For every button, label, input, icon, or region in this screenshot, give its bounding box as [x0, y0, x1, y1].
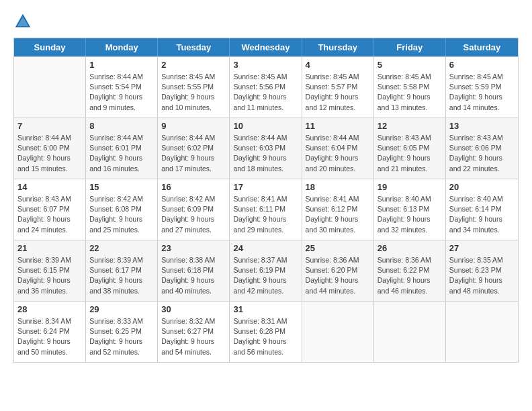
calendar-header-cell: Tuesday [158, 38, 230, 56]
calendar-cell: 3Sunrise: 8:45 AMSunset: 5:56 PMDaylight… [230, 57, 302, 118]
calendar-cell: 28Sunrise: 8:34 AMSunset: 6:24 PMDayligh… [14, 302, 86, 362]
calendar-cell: 18Sunrise: 8:41 AMSunset: 6:12 PMDayligh… [302, 179, 374, 240]
day-number: 9 [161, 121, 226, 131]
day-number: 24 [233, 243, 298, 253]
calendar-header-cell: Saturday [446, 38, 518, 56]
calendar-cell: 5Sunrise: 8:45 AMSunset: 5:58 PMDaylight… [374, 57, 446, 118]
day-info: Sunrise: 8:45 AMSunset: 5:59 PMDaylight:… [449, 72, 515, 113]
day-number: 25 [306, 243, 370, 253]
day-info: Sunrise: 8:34 AMSunset: 6:24 PMDaylight:… [17, 316, 82, 357]
calendar-body: 1Sunrise: 8:44 AMSunset: 5:54 PMDaylight… [14, 56, 518, 362]
day-number: 21 [17, 243, 82, 253]
calendar-cell: 26Sunrise: 8:36 AMSunset: 6:22 PMDayligh… [374, 240, 446, 301]
calendar-cell: 29Sunrise: 8:33 AMSunset: 6:25 PMDayligh… [86, 302, 158, 362]
day-info: Sunrise: 8:45 AMSunset: 5:55 PMDaylight:… [161, 72, 226, 113]
calendar-cell [14, 57, 86, 118]
calendar-cell: 10Sunrise: 8:44 AMSunset: 6:03 PMDayligh… [230, 118, 302, 179]
day-info: Sunrise: 8:39 AMSunset: 6:15 PMDaylight:… [17, 255, 82, 296]
calendar-cell: 21Sunrise: 8:39 AMSunset: 6:15 PMDayligh… [14, 240, 86, 301]
day-number: 3 [233, 60, 298, 70]
day-info: Sunrise: 8:43 AMSunset: 6:06 PMDaylight:… [449, 133, 515, 174]
day-info: Sunrise: 8:32 AMSunset: 6:27 PMDaylight:… [161, 316, 226, 357]
day-number: 1 [89, 60, 154, 70]
day-info: Sunrise: 8:45 AMSunset: 5:57 PMDaylight:… [306, 72, 370, 113]
calendar-cell: 6Sunrise: 8:45 AMSunset: 5:59 PMDaylight… [446, 57, 518, 118]
day-info: Sunrise: 8:44 AMSunset: 6:03 PMDaylight:… [233, 133, 298, 174]
day-number: 4 [306, 60, 370, 70]
day-info: Sunrise: 8:40 AMSunset: 6:13 PMDaylight:… [378, 194, 442, 235]
calendar-cell: 1Sunrise: 8:44 AMSunset: 5:54 PMDaylight… [86, 57, 158, 118]
day-info: Sunrise: 8:35 AMSunset: 6:23 PMDaylight:… [449, 255, 515, 296]
calendar-header-cell: Monday [86, 38, 158, 56]
day-info: Sunrise: 8:41 AMSunset: 6:11 PMDaylight:… [233, 194, 298, 235]
calendar-week-row: 28Sunrise: 8:34 AMSunset: 6:24 PMDayligh… [14, 301, 518, 362]
calendar-cell: 7Sunrise: 8:44 AMSunset: 6:00 PMDaylight… [14, 118, 86, 179]
calendar-cell: 31Sunrise: 8:31 AMSunset: 6:28 PMDayligh… [230, 302, 302, 362]
day-number: 27 [449, 243, 515, 253]
day-number: 20 [449, 182, 515, 192]
calendar-cell: 25Sunrise: 8:36 AMSunset: 6:20 PMDayligh… [302, 240, 374, 301]
day-number: 28 [17, 304, 82, 314]
calendar-cell: 15Sunrise: 8:42 AMSunset: 6:08 PMDayligh… [86, 179, 158, 240]
calendar-cell [446, 302, 518, 362]
day-info: Sunrise: 8:44 AMSunset: 5:54 PMDaylight:… [89, 72, 154, 113]
calendar: SundayMondayTuesdayWednesdayThursdayFrid… [13, 38, 519, 363]
calendar-cell: 8Sunrise: 8:44 AMSunset: 6:01 PMDaylight… [86, 118, 158, 179]
day-number: 11 [306, 121, 370, 131]
day-number: 6 [449, 60, 515, 70]
day-number: 23 [161, 243, 226, 253]
calendar-cell: 19Sunrise: 8:40 AMSunset: 6:13 PMDayligh… [374, 179, 446, 240]
calendar-cell: 9Sunrise: 8:44 AMSunset: 6:02 PMDaylight… [158, 118, 230, 179]
calendar-cell: 12Sunrise: 8:43 AMSunset: 6:05 PMDayligh… [374, 118, 446, 179]
day-info: Sunrise: 8:44 AMSunset: 6:01 PMDaylight:… [89, 133, 154, 174]
day-info: Sunrise: 8:42 AMSunset: 6:09 PMDaylight:… [161, 194, 226, 235]
day-info: Sunrise: 8:36 AMSunset: 6:22 PMDaylight:… [378, 255, 442, 296]
calendar-cell: 11Sunrise: 8:44 AMSunset: 6:04 PMDayligh… [302, 118, 374, 179]
day-number: 17 [233, 182, 298, 192]
day-number: 22 [89, 243, 154, 253]
calendar-week-row: 7Sunrise: 8:44 AMSunset: 6:00 PMDaylight… [14, 118, 518, 179]
day-number: 12 [378, 121, 442, 131]
day-number: 18 [306, 182, 370, 192]
calendar-cell: 27Sunrise: 8:35 AMSunset: 6:23 PMDayligh… [446, 240, 518, 301]
calendar-cell [374, 302, 446, 362]
day-info: Sunrise: 8:41 AMSunset: 6:12 PMDaylight:… [306, 194, 370, 235]
day-number: 31 [233, 304, 298, 314]
calendar-week-row: 1Sunrise: 8:44 AMSunset: 5:54 PMDaylight… [14, 56, 518, 118]
calendar-cell: 16Sunrise: 8:42 AMSunset: 6:09 PMDayligh… [158, 179, 230, 240]
calendar-cell: 4Sunrise: 8:45 AMSunset: 5:57 PMDaylight… [302, 57, 374, 118]
day-number: 15 [89, 182, 154, 192]
day-info: Sunrise: 8:45 AMSunset: 5:56 PMDaylight:… [233, 72, 298, 113]
page-header [7, 7, 525, 34]
day-info: Sunrise: 8:33 AMSunset: 6:25 PMDaylight:… [89, 316, 154, 357]
day-info: Sunrise: 8:39 AMSunset: 6:17 PMDaylight:… [89, 255, 154, 296]
calendar-week-row: 21Sunrise: 8:39 AMSunset: 6:15 PMDayligh… [14, 240, 518, 301]
day-info: Sunrise: 8:45 AMSunset: 5:58 PMDaylight:… [378, 72, 442, 113]
day-number: 29 [89, 304, 154, 314]
calendar-header: SundayMondayTuesdayWednesdayThursdayFrid… [14, 38, 518, 56]
calendar-header-cell: Thursday [302, 38, 374, 56]
day-info: Sunrise: 8:44 AMSunset: 6:00 PMDaylight:… [17, 133, 82, 174]
calendar-cell: 14Sunrise: 8:43 AMSunset: 6:07 PMDayligh… [14, 179, 86, 240]
calendar-cell: 2Sunrise: 8:45 AMSunset: 5:55 PMDaylight… [158, 57, 230, 118]
day-info: Sunrise: 8:31 AMSunset: 6:28 PMDaylight:… [233, 316, 298, 357]
calendar-week-row: 14Sunrise: 8:43 AMSunset: 6:07 PMDayligh… [14, 179, 518, 240]
day-number: 19 [378, 182, 442, 192]
day-info: Sunrise: 8:37 AMSunset: 6:19 PMDaylight:… [233, 255, 298, 296]
calendar-cell: 24Sunrise: 8:37 AMSunset: 6:19 PMDayligh… [230, 240, 302, 301]
calendar-cell: 17Sunrise: 8:41 AMSunset: 6:11 PMDayligh… [230, 179, 302, 240]
day-info: Sunrise: 8:36 AMSunset: 6:20 PMDaylight:… [306, 255, 370, 296]
calendar-cell: 30Sunrise: 8:32 AMSunset: 6:27 PMDayligh… [158, 302, 230, 362]
calendar-cell [302, 302, 374, 362]
day-info: Sunrise: 8:40 AMSunset: 6:14 PMDaylight:… [449, 194, 515, 235]
day-number: 13 [449, 121, 515, 131]
day-number: 7 [17, 121, 82, 131]
calendar-header-cell: Wednesday [230, 38, 302, 56]
day-number: 2 [161, 60, 226, 70]
day-info: Sunrise: 8:43 AMSunset: 6:07 PMDaylight:… [17, 194, 82, 235]
day-number: 5 [378, 60, 442, 70]
calendar-header-cell: Friday [374, 38, 446, 56]
day-info: Sunrise: 8:44 AMSunset: 6:04 PMDaylight:… [306, 133, 370, 174]
calendar-cell: 13Sunrise: 8:43 AMSunset: 6:06 PMDayligh… [446, 118, 518, 179]
calendar-cell: 20Sunrise: 8:40 AMSunset: 6:14 PMDayligh… [446, 179, 518, 240]
